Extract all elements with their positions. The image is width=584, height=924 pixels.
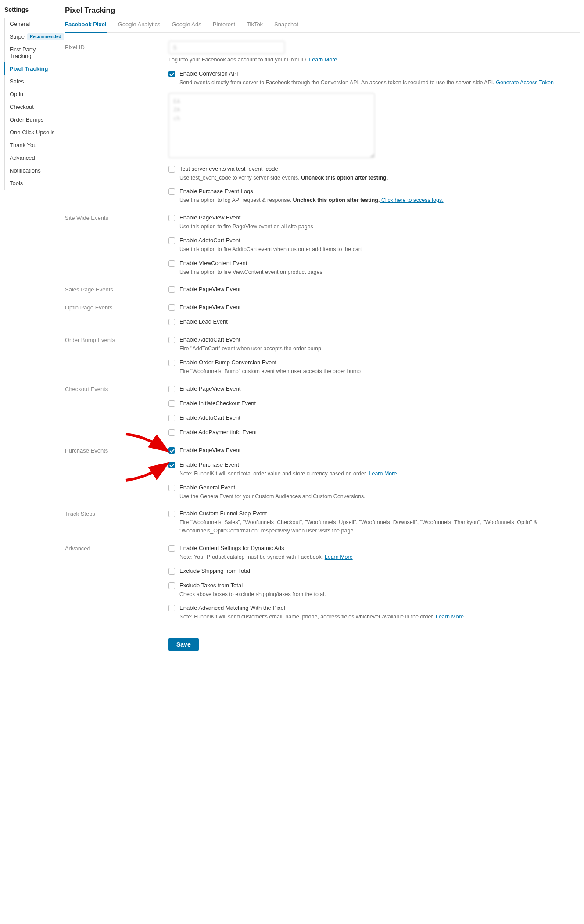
checkbox-label-site_wide-1: Enable AddtoCart Event (179, 237, 240, 244)
purchase-logs-desc: Use this option to log API request & res… (179, 197, 293, 203)
checkbox-optin_page-1[interactable] (168, 319, 175, 325)
tab-google-ads[interactable]: Google Ads (172, 21, 201, 33)
label-advanced: Advanced (65, 542, 168, 552)
desc-advanced-3: Note: FunnelKit will send customer's ema… (179, 614, 436, 620)
sidebar-item-order-bumps[interactable]: Order Bumps (4, 113, 57, 126)
sidebar-item-first-party-tracking[interactable]: First Party Tracking (4, 43, 57, 62)
checkbox-label-purchase-1: Enable Purchase Event (179, 461, 239, 468)
checkbox-site_wide-0[interactable] (168, 215, 175, 221)
sidebar-item-optin[interactable]: Optin (4, 88, 57, 101)
sidebar-item-notifications[interactable]: Notifications (4, 164, 57, 177)
sidebar-item-advanced[interactable]: Advanced (4, 151, 57, 164)
enable-conversion-api-checkbox[interactable] (168, 71, 175, 77)
label-purchase: Purchase Events (65, 444, 168, 454)
checkbox-label-checkout-3: Enable AddPaymentInfo Event (179, 429, 257, 435)
checkbox-label-order_bump-1: Enable Order Bump Conversion Event (179, 359, 276, 366)
desc-advanced-2: Check above boxes to exclude shipping/ta… (179, 591, 326, 597)
checkbox-label-optin_page-1: Enable Lead Event (179, 318, 228, 325)
desc-order_bump-1: Fire "Woofunnels_Bump" custom event when… (179, 368, 361, 374)
tab-google-analytics[interactable]: Google Analytics (118, 21, 161, 33)
save-button[interactable]: Save (168, 638, 199, 651)
sidebar-item-thank-you[interactable]: Thank You (4, 139, 57, 151)
checkbox-site_wide-1[interactable] (168, 237, 175, 244)
sidebar-item-tools[interactable]: Tools (4, 177, 57, 190)
sidebar-item-general[interactable]: General (4, 18, 57, 30)
test-server-events-desc: Use test_event_code to verify server-sid… (179, 175, 301, 181)
test-server-events-strong: Uncheck this option after testing. (301, 175, 388, 181)
checkbox-label-track_steps-0: Enable Custom Funnel Step Event (179, 510, 267, 517)
access-logs-link[interactable]: Click here to access logs. (380, 197, 443, 203)
enable-purchase-logs-checkbox[interactable] (168, 188, 175, 195)
checkbox-checkout-2[interactable] (168, 415, 175, 421)
sidebar-item-label: Pixel Tracking (10, 65, 48, 72)
checkbox-advanced-3[interactable] (168, 605, 175, 611)
desc-site_wide-1: Use this option to fire AddtoCart event … (179, 246, 362, 252)
checkbox-optin_page-0[interactable] (168, 304, 175, 311)
test-server-events-checkbox[interactable] (168, 166, 175, 173)
tab-facebook-pixel[interactable]: Facebook Pixel (65, 21, 107, 33)
checkbox-label-site_wide-0: Enable PageView Event (179, 214, 240, 221)
sidebar-item-label: General (10, 21, 30, 27)
enable-conversion-api-label: Enable Conversion API (179, 70, 238, 77)
checkbox-order_bump-1[interactable] (168, 360, 175, 366)
sidebar-item-label: Advanced (10, 155, 35, 161)
enable-purchase-logs-label: Enable Purchase Event Logs (179, 188, 253, 194)
sidebar-item-label: Order Bumps (10, 116, 43, 123)
sidebar-item-label: Stripe (10, 33, 25, 40)
checkbox-purchase-0[interactable] (168, 447, 175, 454)
tab-pinterest[interactable]: Pinterest (213, 21, 235, 33)
checkbox-label-optin_page-0: Enable PageView Event (179, 304, 240, 310)
label-order_bump: Order Bump Events (65, 334, 168, 343)
checkbox-label-advanced-1: Exclude Shipping from Total (179, 568, 250, 574)
pixel-id-input[interactable] (168, 41, 285, 54)
generate-access-token-link[interactable]: Generate Access Token (496, 79, 554, 86)
link-advanced-3[interactable]: Learn More (436, 614, 464, 620)
learn-more-pixel-id-link[interactable]: Learn More (309, 57, 337, 63)
link-advanced-0[interactable]: Learn More (325, 554, 353, 560)
sidebar-item-one-click-upsells[interactable]: One Click Upsells (4, 126, 57, 139)
sidebar-item-label: One Click Upsells (10, 129, 55, 136)
help-pixel-id: Log into your Facebook ads account to fi… (168, 57, 309, 63)
sidebar-item-label: Checkout (10, 104, 34, 110)
test-server-events-label: Test server events via test_event_code (179, 165, 278, 172)
conv-api-desc: Send events directly from server to Face… (179, 79, 496, 86)
checkbox-checkout-1[interactable] (168, 400, 175, 407)
access-token-textarea[interactable] (168, 93, 375, 158)
checkbox-track_steps-0[interactable] (168, 511, 175, 517)
checkbox-label-checkout-0: Enable PageView Event (179, 385, 240, 392)
sidebar-item-label: Tools (10, 180, 23, 187)
tab-tiktok[interactable]: TikTok (247, 21, 263, 33)
checkbox-purchase-1[interactable] (168, 462, 175, 468)
sidebar-item-pixel-tracking[interactable]: Pixel Tracking (4, 62, 57, 75)
checkbox-purchase-2[interactable] (168, 485, 175, 491)
sidebar-item-checkout[interactable]: Checkout (4, 101, 57, 113)
desc-site_wide-2: Use this option to fire ViewContent even… (179, 269, 322, 275)
sidebar-title: Settings (4, 6, 57, 13)
checkbox-checkout-3[interactable] (168, 429, 175, 436)
sidebar-item-label: Optin (10, 91, 23, 97)
sidebar-item-label: First Party Tracking (10, 46, 57, 59)
checkbox-advanced-2[interactable] (168, 582, 175, 589)
checkbox-sales_page-0[interactable] (168, 286, 175, 293)
sidebar-item-sales[interactable]: Sales (4, 75, 57, 88)
label-track_steps: Track Steps (65, 507, 168, 517)
label-site_wide: Site Wide Events (65, 212, 168, 221)
checkbox-checkout-0[interactable] (168, 386, 175, 392)
desc-track_steps-0: Fire "Woofunnels_Sales", "Woofunnels_Che… (179, 519, 537, 534)
sidebar-item-label: Notifications (10, 167, 41, 174)
checkbox-site_wide-2[interactable] (168, 260, 175, 267)
checkbox-advanced-0[interactable] (168, 545, 175, 552)
desc-purchase-2: Use the GeneralEvent for your Custom Aud… (179, 493, 365, 500)
checkbox-label-advanced-0: Enable Content Settings for Dynamic Ads (179, 545, 284, 551)
tab-snapchat[interactable]: Snapchat (274, 21, 298, 33)
checkbox-label-purchase-2: Enable General Event (179, 484, 235, 491)
checkbox-advanced-1[interactable] (168, 568, 175, 575)
checkbox-label-sales_page-0: Enable PageView Event (179, 286, 240, 292)
label-pixel-id: Pixel ID (65, 41, 168, 50)
page-title: Pixel Tracking (65, 6, 580, 15)
link-purchase-1[interactable]: Learn More (369, 471, 397, 477)
sidebar-item-stripe[interactable]: StripeRecommended (4, 30, 57, 43)
purchase-logs-strong: Uncheck this option after testing. (293, 197, 380, 203)
checkbox-order_bump-0[interactable] (168, 337, 175, 343)
desc-advanced-0: Note: Your Product catalog must be synce… (179, 554, 325, 560)
